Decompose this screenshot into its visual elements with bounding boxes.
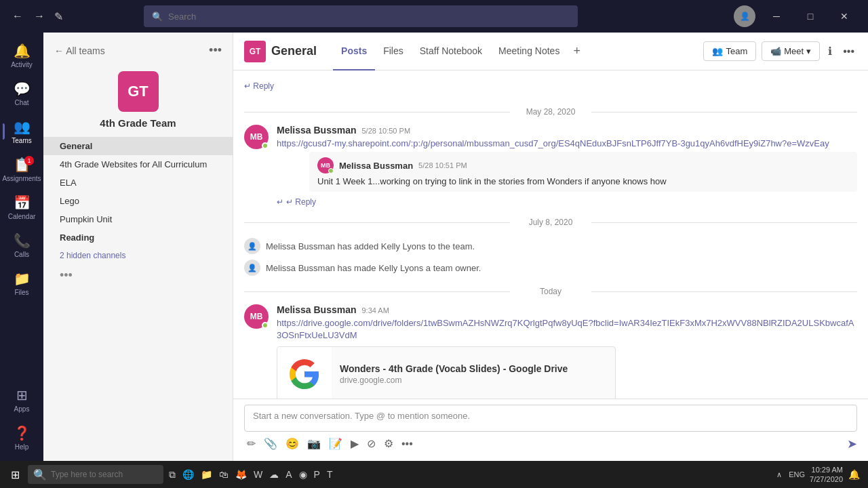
format-button[interactable]: ✏ — [244, 434, 258, 453]
meet-button[interactable]: 📹 Meet ▾ — [762, 41, 820, 61]
msg-link-2[interactable]: https://drive.google.com/drive/folders/1… — [277, 318, 854, 340]
team-icon-large: GT — [118, 71, 159, 112]
icon-sidebar: 🔔 Activity 💬 Chat 👥 Teams 📋 Assignments … — [0, 33, 43, 461]
explorer-button[interactable]: 📁 — [198, 466, 215, 483]
sidebar-item-files[interactable]: 📁 Files — [3, 266, 41, 301]
channel-label: General — [60, 141, 92, 151]
chrome-button[interactable]: ◉ — [296, 466, 310, 483]
msg-author-1: Melissa Bussman — [277, 125, 357, 136]
firefox-button[interactable]: 🦊 — [233, 466, 250, 483]
reply-button-1[interactable]: ↵ ↵ Reply — [277, 195, 316, 209]
acrobat-button[interactable]: A — [283, 466, 294, 483]
user-avatar[interactable]: 👤 — [734, 5, 755, 27]
channel-item-websites[interactable]: 4th Grade Websites for All Curriculum — [43, 155, 233, 174]
sidebar-item-calls[interactable]: 📞 Calls — [3, 228, 41, 263]
team-button[interactable]: 👥 Team — [703, 41, 756, 61]
notification-button[interactable]: 🔔 — [846, 466, 863, 483]
clock: 10:29 AM 7/27/2020 — [810, 465, 843, 485]
edge-button[interactable]: 🌐 — [180, 466, 197, 483]
system-icon-1: 👤 — [244, 238, 260, 254]
info-button[interactable]: ℹ — [825, 42, 835, 60]
giphy-button[interactable]: 📷 — [304, 434, 323, 453]
reply-area-top: ↵ Reply — [244, 70, 857, 99]
channel-item-general[interactable]: General — [43, 137, 233, 155]
onedrive-button[interactable]: ☁ — [267, 466, 281, 483]
praise-button[interactable]: ⚙ — [381, 434, 396, 453]
msg-link-1[interactable]: https://gcusd7-my.sharepoint.com/:p:/g/p… — [277, 138, 829, 148]
loop-button[interactable]: ⊘ — [364, 434, 378, 453]
sidebar-item-teams[interactable]: 👥 Teams — [3, 114, 41, 149]
chat-header: GT General Posts Files Staff Notebook Me… — [233, 33, 868, 70]
sidebar-item-activity[interactable]: 🔔 Activity — [3, 38, 41, 73]
sidebar-item-assignments[interactable]: 📋 Assignments 1 — [3, 152, 41, 187]
start-button[interactable]: ⊞ — [5, 466, 25, 484]
link-card[interactable]: Wonders - 4th Grade (Vocab Slides) - Goo… — [277, 346, 616, 399]
compose-button[interactable]: ✎ — [54, 10, 63, 23]
apps-icon: ⊞ — [16, 387, 28, 403]
tab-staff-notebook[interactable]: Staff Notebook — [412, 33, 490, 70]
emoji-button[interactable]: 😊 — [283, 434, 302, 453]
tab-files[interactable]: Files — [375, 33, 412, 70]
tray-expand[interactable]: ∧ — [774, 470, 784, 479]
assignments-label: Assignments — [2, 175, 41, 182]
channel-label: Reading — [60, 232, 94, 243]
taskbar-search: 🔍 — [28, 465, 163, 484]
all-teams-back-button[interactable]: ← All teams — [54, 45, 105, 56]
back-button[interactable]: ← — [8, 7, 27, 26]
attach-button[interactable]: 📎 — [261, 434, 280, 453]
compose-toolbar: ✏ 📎 😊 📷 📝 ▶ ⊘ ⚙ ••• ➤ — [244, 432, 857, 455]
channel-item-pumpkin[interactable]: Pumpkin Unit — [43, 210, 233, 228]
close-button[interactable]: ✕ — [829, 5, 860, 27]
sidebar-item-apps[interactable]: ⊞ Apps — [3, 382, 41, 418]
channel-item-more[interactable]: ••• — [43, 264, 233, 287]
sidebar-item-help[interactable]: ❓ Help — [3, 420, 41, 455]
taskbar-search-input[interactable] — [51, 470, 158, 479]
sticker-button[interactable]: 📝 — [326, 434, 345, 453]
teams-taskbar-button[interactable]: T — [324, 466, 336, 483]
nested-text: Unit 1 Week 1...working on trying to lin… — [317, 176, 849, 186]
teams-panel-header: ← All teams ••• — [43, 33, 233, 63]
chat-icon: 💬 — [14, 81, 31, 97]
schedule-button[interactable]: ▶ — [348, 434, 361, 453]
channel-item-lego[interactable]: Lego — [43, 192, 233, 210]
store-button[interactable]: 🛍 — [216, 466, 231, 483]
channel-label: ELA — [60, 178, 77, 188]
more-tools-button[interactable]: ••• — [399, 435, 416, 453]
message-group-2: MB Melissa Bussman 9:34 AM https://drive… — [244, 304, 857, 399]
nested-online — [328, 168, 334, 174]
hidden-channels-link[interactable]: 2 hidden channels — [43, 247, 233, 264]
msg-time-2: 9:34 AM — [362, 306, 389, 314]
date-divider-may28: May 28, 2020 — [244, 107, 857, 117]
system-message-1: 👤 Melissa Bussman has added Kelly Lyons … — [244, 235, 857, 257]
word-button[interactable]: W — [251, 466, 265, 483]
online-indicator — [262, 142, 269, 149]
date-divider-jul8: July 8, 2020 — [244, 218, 857, 227]
messages-area[interactable]: ↵ Reply May 28, 2020 MB Melissa Bussman … — [233, 70, 868, 399]
tab-meeting-notes[interactable]: Meeting Notes — [490, 33, 568, 70]
sidebar-item-chat[interactable]: 💬 Chat — [3, 76, 41, 111]
forward-button[interactable]: → — [30, 7, 49, 26]
teams-more-button[interactable]: ••• — [209, 43, 222, 58]
team-icon-small: 👥 — [712, 46, 723, 56]
channel-item-ela[interactable]: ELA — [43, 174, 233, 192]
powerpoint-button[interactable]: P — [311, 466, 323, 483]
reply-button-top[interactable]: ↵ Reply — [244, 79, 274, 94]
nested-author: Melissa Bussman — [339, 161, 413, 171]
add-tab-button[interactable]: + — [568, 44, 586, 58]
search-input[interactable] — [168, 12, 570, 22]
files-icon: 📁 — [14, 270, 31, 287]
window-controls: ─ □ ✕ — [761, 5, 860, 27]
nested-header: MB Melissa Bussman 5/28 10:51 PM — [317, 157, 849, 174]
tab-posts[interactable]: Posts — [333, 33, 375, 70]
minimize-button[interactable]: ─ — [761, 5, 792, 27]
send-button[interactable]: ➤ — [847, 436, 857, 451]
task-view-button[interactable]: ⧉ — [166, 466, 178, 483]
calendar-label: Calendar — [8, 213, 36, 220]
maximize-button[interactable]: □ — [795, 5, 826, 27]
more-options-button[interactable]: ••• — [840, 43, 857, 60]
chat-area: GT General Posts Files Staff Notebook Me… — [233, 33, 868, 461]
compose-box[interactable]: Start a new conversation. Type @ to ment… — [244, 405, 857, 432]
channel-icon: GT — [244, 41, 266, 62]
channel-item-reading[interactable]: Reading — [43, 228, 233, 247]
sidebar-item-calendar[interactable]: 📅 Calendar — [3, 190, 41, 225]
